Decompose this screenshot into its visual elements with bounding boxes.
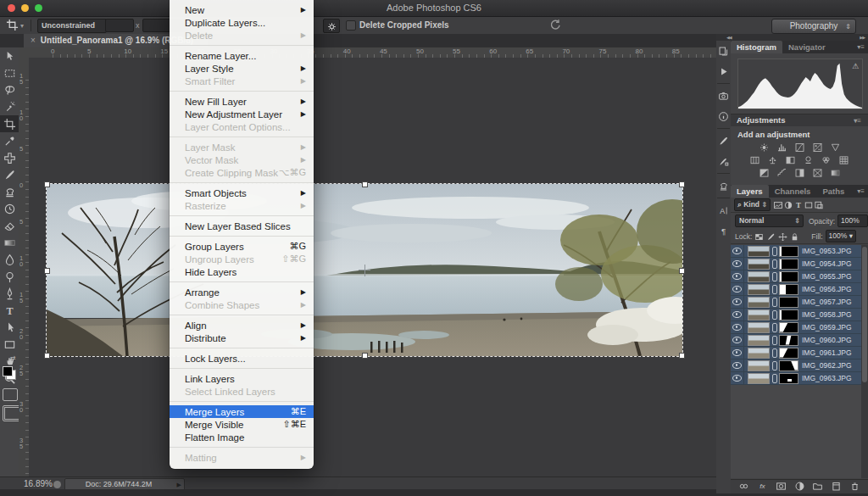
menu-item-new-layer-based-slices[interactable]: New Layer Based Slices [170, 220, 314, 232]
crop-handle-sw[interactable] [44, 353, 50, 359]
threshold-icon[interactable] [793, 167, 807, 179]
clone-source-panel-icon[interactable] [716, 176, 731, 196]
tab-layers[interactable]: Layers [731, 185, 769, 198]
menu-item-group-layers[interactable]: Group Layers⌘G [170, 240, 314, 253]
blur-tool[interactable] [0, 251, 19, 268]
crop-aspect-dropdown[interactable]: Unconstrained ⇕ [37, 19, 107, 33]
filter-kind-dropdown[interactable]: ⌕ Kind ⇕ [734, 198, 771, 211]
rectangular-marquee-tool[interactable] [0, 64, 19, 81]
panel-menu-icon[interactable]: ▾≡ [857, 41, 868, 53]
paragraph-panel-icon[interactable]: ¶ [716, 220, 731, 241]
tool-presets-panel-icon[interactable] [716, 151, 731, 171]
dodge-tool[interactable] [0, 268, 19, 285]
visibility-toggle[interactable] [731, 334, 744, 346]
pixel-layer-filter-icon[interactable] [773, 198, 783, 212]
layer-style-fx-icon[interactable]: fx [757, 480, 768, 495]
gradient-tool[interactable] [0, 234, 19, 251]
layer-thumbnail[interactable] [748, 284, 770, 295]
layer-mask-thumbnail[interactable] [779, 284, 798, 295]
fill-value-dropdown[interactable]: 100% ▾ [826, 230, 856, 242]
layer-mask-thumbnail[interactable] [779, 309, 798, 320]
menu-item-distribute[interactable]: Distribute▶ [170, 332, 314, 344]
menu-item-arrange[interactable]: Arrange▶ [170, 286, 314, 298]
foreground-color-swatch[interactable] [3, 366, 13, 376]
gradient-map-icon[interactable] [828, 167, 843, 179]
black-white-icon[interactable] [783, 154, 798, 166]
visibility-toggle[interactable] [731, 347, 744, 359]
visibility-toggle[interactable] [731, 283, 744, 295]
crop-center-crosshair[interactable] [359, 265, 370, 276]
layer-mask-thumbnail[interactable] [779, 246, 798, 257]
layer-thumbnail[interactable] [748, 360, 770, 371]
crop-width-input[interactable] [105, 19, 134, 32]
menu-item-rename-layer[interactable]: Rename Layer... [170, 49, 314, 62]
clone-stamp-tool[interactable] [0, 183, 19, 200]
tool-preset-caret[interactable]: ▾ [20, 22, 24, 30]
crop-handle-ne[interactable] [679, 181, 685, 187]
layer-row[interactable]: IMG_0957.JPG [731, 296, 861, 309]
visibility-toggle[interactable] [731, 296, 744, 308]
visibility-toggle[interactable] [731, 359, 744, 371]
layer-row[interactable]: IMG_0961.JPG [731, 347, 861, 359]
crop-tool-icon[interactable] [6, 19, 19, 35]
tab-navigator[interactable]: Navigator [782, 41, 832, 53]
menu-item-align[interactable]: Align▶ [170, 319, 314, 332]
layer-mask-thumbnail[interactable] [779, 360, 798, 371]
tab-paths[interactable]: Paths [816, 185, 850, 198]
reset-icon[interactable] [549, 19, 561, 34]
lock-pixels-icon[interactable] [764, 229, 776, 243]
info-panel-icon[interactable] [716, 106, 731, 126]
visibility-toggle[interactable] [731, 258, 744, 270]
collapse-dock-left-icon[interactable]: ◀◀ [726, 35, 732, 40]
zoom-level[interactable]: 16.89% [24, 479, 53, 488]
layer-row[interactable]: IMG_0958.JPG [731, 309, 861, 321]
channel-mixer-icon[interactable] [819, 154, 833, 166]
invert-icon[interactable] [757, 167, 771, 179]
swap-colors-icon[interactable]: ⇄ [10, 354, 16, 362]
menu-item-layer-style[interactable]: Layer Style▶ [170, 62, 314, 75]
healing-brush-tool[interactable] [0, 149, 19, 166]
panel-menu-icon[interactable]: ▾≡ [854, 114, 865, 127]
menu-item-link-layers[interactable]: Link Layers [170, 372, 314, 385]
visibility-toggle[interactable] [731, 372, 744, 384]
color-lookup-icon[interactable] [837, 154, 851, 166]
layer-row[interactable]: IMG_0959.JPG [731, 321, 861, 334]
crop-options-gear-button[interactable] [323, 19, 340, 33]
crop-handle-n[interactable] [362, 181, 368, 187]
history-brush-tool[interactable] [0, 200, 19, 217]
close-tab-icon[interactable]: × [31, 36, 36, 45]
layer-thumbnail[interactable] [748, 271, 770, 282]
menu-item-new[interactable]: New▶ [170, 3, 314, 16]
quick-mask-button[interactable] [3, 388, 18, 401]
layer-thumbnail[interactable] [748, 246, 770, 257]
layer-row[interactable]: IMG_0960.JPG [731, 334, 861, 347]
layer-mask-thumbnail[interactable] [779, 271, 798, 282]
path-selection-tool[interactable] [0, 319, 19, 336]
brush-presets-panel-icon[interactable] [716, 131, 731, 151]
crop-handle-w[interactable] [44, 268, 50, 274]
lock-transparency-icon[interactable] [752, 229, 764, 243]
menu-item-flatten-image[interactable]: Flatten Image [170, 431, 314, 443]
layers-scrollbar[interactable] [861, 245, 868, 478]
menu-item-new-fill-layer[interactable]: New Fill Layer▶ [170, 95, 314, 108]
layer-mask-thumbnail[interactable] [779, 297, 798, 308]
menu-item-smart-objects[interactable]: Smart Objects▶ [170, 187, 314, 199]
character-panel-icon[interactable]: A [716, 200, 731, 220]
eyedropper-tool[interactable] [0, 132, 19, 149]
layer-thumbnail[interactable] [748, 322, 770, 333]
tab-channels[interactable]: Channels [769, 185, 817, 198]
crop-handle-e[interactable] [679, 268, 685, 274]
collapse-dock-right-icon[interactable]: ▶▶ [860, 35, 865, 40]
crop-handle-s[interactable] [362, 353, 368, 359]
pen-tool[interactable] [0, 285, 19, 302]
hue-saturation-icon[interactable] [748, 154, 762, 166]
brightness-contrast-icon[interactable] [757, 142, 771, 153]
delete-layer-icon[interactable] [849, 480, 860, 495]
layer-mask-thumbnail[interactable] [779, 335, 798, 346]
menu-item-hide-layers[interactable]: Hide Layers [170, 265, 314, 278]
color-swatches[interactable] [3, 366, 16, 380]
exposure-icon[interactable] [810, 142, 825, 153]
layer-mask-thumbnail[interactable] [779, 322, 798, 333]
workspace-dropdown[interactable]: Photography ⇕ [771, 19, 856, 34]
eraser-tool[interactable] [0, 217, 19, 234]
